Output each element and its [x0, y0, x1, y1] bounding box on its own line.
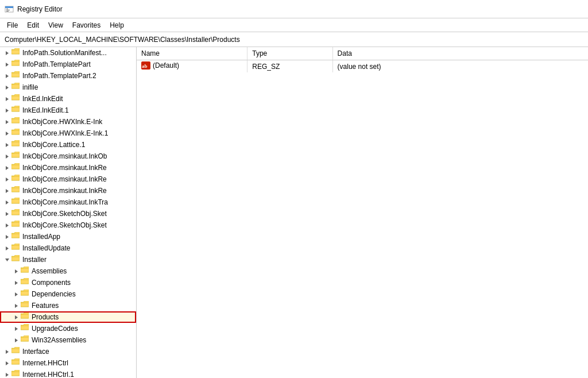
folder-icon [11, 48, 21, 57]
svg-marker-25 [6, 166, 9, 170]
svg-marker-19 [6, 132, 9, 136]
tree-expander[interactable] [2, 129, 11, 138]
tree-item[interactable]: Dependencies [0, 288, 136, 300]
tree-expander[interactable] [11, 313, 21, 322]
value-type: REG_SZ [247, 60, 332, 73]
tree-item[interactable]: InkObjCore.SketchObj.Sket [0, 208, 136, 219]
tree-expander[interactable] [11, 335, 21, 345]
tree-item[interactable]: Win32Assemblies [0, 334, 136, 346]
tree-item[interactable]: inifile [0, 82, 136, 93]
tree-item[interactable]: Interface [0, 346, 136, 357]
folder-icon [21, 278, 30, 287]
tree-item[interactable]: Installer [0, 254, 136, 265]
menu-file[interactable]: File [2, 20, 22, 30]
svg-rect-8 [11, 61, 20, 65]
tree-item-label: Internet.HHCtrl.1 [22, 371, 74, 378]
tree-expander[interactable] [2, 117, 11, 126]
tree-expander[interactable] [2, 140, 11, 149]
tree-item[interactable]: InkEd.InkEdit.1 [0, 105, 136, 116]
tree-expander[interactable] [2, 83, 11, 92]
tree-expander[interactable] [2, 209, 11, 218]
tree-item[interactable]: InstalledApp [0, 231, 136, 242]
folder-icon [11, 244, 21, 253]
tree-expander[interactable] [11, 324, 21, 333]
tree-expander[interactable] [2, 71, 11, 80]
tree-item[interactable]: UpgradeCodes [0, 323, 136, 334]
tree-item[interactable]: Assemblies [0, 265, 136, 277]
tree-expander[interactable] [11, 278, 21, 287]
tree-item[interactable]: Features [0, 300, 136, 311]
tree-item-label: InkObjCore.msinkaut.InkRe [22, 164, 107, 172]
svg-marker-45 [15, 281, 18, 285]
tree-expander[interactable] [11, 290, 21, 299]
tree-expander[interactable] [2, 94, 11, 103]
tree-expander[interactable] [11, 267, 21, 276]
tree-item[interactable]: InfoPath.SolutionManifest... [0, 47, 136, 59]
tree-item[interactable]: InkObjCore.msinkaut.InkRe [0, 185, 136, 196]
tree-item[interactable]: Internet.HHCtrl.1 [0, 369, 136, 378]
tree-item[interactable]: InkObjCore.msinkaut.InkOb [0, 151, 136, 162]
svg-marker-39 [6, 246, 9, 250]
tree-item[interactable]: InfoPath.TemplatePart [0, 59, 136, 70]
tree-item[interactable]: InkObjCore.msinkaut.InkRe [0, 173, 136, 185]
table-row[interactable]: ab (Default)REG_SZ(value not set) [137, 60, 588, 73]
svg-marker-49 [15, 304, 18, 308]
svg-rect-36 [11, 222, 20, 226]
svg-rect-52 [21, 314, 29, 318]
tree-item-label: inifile [22, 83, 38, 91]
menu-favorites[interactable]: Favorites [68, 20, 105, 30]
tree-expander[interactable] [2, 370, 11, 378]
tree-item-label: Interface [22, 348, 49, 356]
registry-tree[interactable]: InfoPath.SolutionManifest... InfoPath.Te… [0, 47, 137, 378]
tree-item[interactable]: Products [0, 311, 136, 323]
svg-marker-15 [6, 109, 9, 113]
tree-expander[interactable] [2, 221, 11, 230]
menu-view[interactable]: View [44, 20, 68, 30]
tree-expander[interactable] [2, 358, 11, 368]
tree-expander[interactable] [11, 301, 21, 310]
tree-item[interactable]: InkObjCore.msinkaut.InkRe [0, 162, 136, 173]
svg-marker-47 [15, 292, 18, 296]
tree-item[interactable]: InfoPath.TemplatePart.2 [0, 70, 136, 82]
tree-expander[interactable] [2, 198, 11, 207]
menu-help[interactable]: Help [105, 20, 129, 30]
svg-marker-35 [6, 223, 9, 227]
tree-expander[interactable] [2, 106, 11, 115]
tree-item-label: InkObjCore.SketchObj.Sket [22, 221, 107, 229]
tree-item[interactable]: InkEd.InkEdit [0, 93, 136, 105]
svg-marker-29 [6, 189, 9, 193]
svg-marker-41 [5, 259, 9, 261]
tree-expander[interactable] [2, 347, 11, 356]
tree-item[interactable]: InkObjCore.HWXInk.E-Ink.1 [0, 128, 136, 139]
tree-expander[interactable] [2, 244, 11, 253]
tree-expander[interactable] [2, 232, 11, 241]
tree-item[interactable]: InkObjCore.SketchObj.Sket [0, 219, 136, 231]
svg-rect-26 [11, 165, 20, 169]
tree-item[interactable]: Internet.HHCtrl [0, 357, 136, 369]
tree-expander[interactable] [2, 152, 11, 161]
tree-item[interactable]: Components [0, 277, 136, 288]
tree-item[interactable]: InkObjCore.msinkaut.InkTra [0, 196, 136, 208]
tree-item-label: InkObjCore.msinkaut.InkRe [22, 187, 107, 195]
tree-expander[interactable] [2, 48, 11, 57]
tree-item-label: Features [32, 302, 59, 310]
svg-rect-10 [11, 73, 20, 77]
tree-expander[interactable] [2, 186, 11, 195]
folder-icon [11, 198, 21, 207]
folder-icon [11, 152, 21, 161]
svg-rect-14 [11, 96, 20, 100]
tree-item-label: Products [32, 313, 59, 321]
tree-expander[interactable] [2, 255, 11, 264]
menu-edit[interactable]: Edit [22, 20, 44, 30]
svg-rect-20 [11, 130, 20, 134]
tree-expander[interactable] [2, 60, 11, 69]
svg-rect-2 [6, 9, 8, 9]
folder-icon [21, 290, 30, 299]
svg-rect-18 [11, 119, 20, 123]
svg-rect-56 [21, 337, 29, 341]
tree-item[interactable]: InkObjCore.HWXInk.E-Ink [0, 116, 136, 128]
tree-expander[interactable] [2, 163, 11, 172]
tree-item[interactable]: InkObjCore.Lattice.1 [0, 139, 136, 151]
tree-expander[interactable] [2, 175, 11, 184]
tree-item[interactable]: InstalledUpdate [0, 242, 136, 254]
